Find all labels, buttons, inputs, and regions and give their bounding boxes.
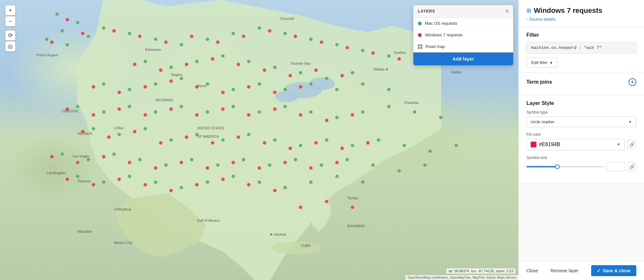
symbol-type-select[interactable]: circle marker ▼ [526,117,636,127]
map-dot-red [247,85,251,89]
map-dot-red [320,40,323,44]
map-dot-red [309,166,313,170]
symbol-size-link-button[interactable]: 🔗 [627,162,636,171]
map-dot-green [179,77,183,80]
compass-button[interactable]: ◎ [5,41,15,51]
map-dot-red [169,79,173,83]
map-dot-green [325,138,329,142]
map-dot-green [335,88,339,91]
map-dot-red [185,62,188,66]
map-dot-green [335,43,339,47]
map-dot-red [247,113,251,117]
source-details-text: Source details [529,17,555,22]
map-dot-green [309,82,313,86]
map-dot-red [91,183,95,187]
fill-color-link-button[interactable]: 🔗 [627,140,636,149]
map-dot-green [143,60,147,63]
map-dot-green [283,32,287,35]
map-dot-red [247,183,251,187]
rotate-button[interactable]: ⟳ [5,30,15,41]
map-dot-green [377,138,380,142]
map-dot-green [371,163,375,167]
map-controls[interactable]: + − ⟳ ◎ [5,5,15,51]
map-dot-red [273,90,277,94]
filter-code-display: machine.os.keyword : "win 7" [526,42,636,54]
map-dot-green [154,110,158,114]
term-joins-add-button[interactable]: + [629,78,636,86]
slider-track [526,166,604,167]
map-dot-green [402,144,406,147]
map-dot-green [65,43,69,47]
map-dot-green [128,174,131,178]
layer-item[interactable]: Road map [413,41,513,52]
filter-section-title: Filter [526,32,539,38]
map-dot-red [211,57,215,61]
map-dot-green [361,110,365,114]
slider-fill [526,166,557,167]
map-dot-green [102,26,106,30]
map-dot-green [143,127,147,131]
symbol-size-slider[interactable] [526,163,604,170]
fill-color-select[interactable]: #E6194B ▼ [526,139,625,150]
map-dot-green [55,12,59,16]
add-layer-button[interactable]: Add layer [413,52,513,65]
map-dot-green [257,180,261,184]
layers-menu-icon[interactable]: ≡ [506,8,509,14]
close-button[interactable]: Close [526,266,538,276]
map-dot-red [81,32,85,35]
map-dot-red [242,34,245,38]
map-dot-red [190,34,194,38]
map-dot-red [299,85,303,89]
fill-color-value: #E6194B [539,142,560,147]
layer-style-header: Layer Style [526,100,636,106]
map-dot-red [117,177,121,181]
term-joins-header: Term joins + [526,78,636,86]
map-dot-green [179,105,183,108]
map-dot-green [60,29,64,33]
map-dot-red [117,90,121,94]
zoom-out-button[interactable]: − [5,16,15,26]
map-dot-red [335,161,339,164]
map-dot-red [340,74,344,78]
panel-title: Windows 7 requests [534,6,602,15]
map-dot-red [273,107,277,111]
map-dot-green [273,65,277,69]
map-dot-red [293,34,297,38]
map-dot-green [86,158,90,162]
map-dot-green [221,54,225,58]
term-joins-section: Term joins + [519,73,644,95]
map-dot-green [351,71,354,75]
map-dot-red [288,74,292,78]
edit-filter-button[interactable]: Edit filter ▼ [526,58,558,68]
symbol-size-input[interactable]: 10 [607,162,625,171]
map-dot-red [325,200,329,203]
map-dot-green [309,110,313,114]
map-dot-green [102,180,106,184]
layer-item[interactable]: Windows 7 requests [413,29,513,41]
remove-layer-button[interactable]: Remove layer [551,266,578,276]
map-dot-green [299,71,303,75]
map-dot-green [154,37,158,41]
map-dot-green [231,32,235,35]
map-dot-green [102,82,106,86]
zoom-in-button[interactable]: + [5,5,15,15]
map-dot-red [195,85,199,89]
slider-thumb[interactable] [555,164,560,169]
source-details-row[interactable]: › Source details [526,17,636,22]
map-dot-green [299,144,303,147]
windows-icon: ⊞ [526,7,531,14]
map-dot-green [206,82,209,86]
symbol-size-label: Symbol size [526,155,636,160]
map-dot-red [138,34,142,38]
map-dot-red [143,85,147,89]
map-dot-red [65,177,69,181]
layer-name-label: Mac OS requests [425,21,457,26]
map-dot-green [86,34,90,38]
save-close-button[interactable]: ✓ Save & close [591,265,636,276]
map-dot-green [206,110,209,114]
map-dot-green [335,174,339,178]
layer-dot-icon [418,22,422,25]
map-dot-green [216,163,220,167]
layer-item[interactable]: Mac OS requests [413,18,513,29]
map-dot-red [179,161,183,164]
